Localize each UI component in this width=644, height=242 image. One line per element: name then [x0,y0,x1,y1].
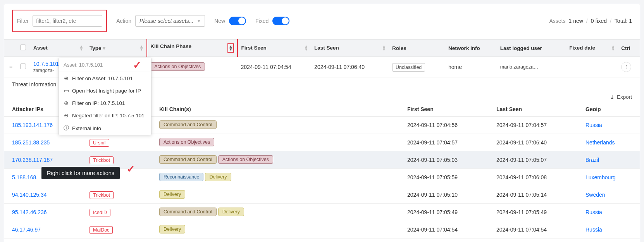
threat-fs: 2024-09-11 07:05:49 [399,204,489,221]
row-actions-button[interactable]: ⋮ [621,62,631,72]
action-label: Action [116,18,131,24]
threat-type-badge: MalDoc [90,226,113,234]
geoip-link[interactable]: Sweden [585,192,605,198]
ctx-filter-ip[interactable]: ⊕Filter on IP: 10.7.5.101 [59,97,151,109]
threat-row[interactable]: 94.140.125.34TrickbotDelivery2024-09-11 … [4,186,640,204]
threat-ls: 2024-09-11 07:05:49 [489,204,578,221]
stats-new: 1 new [568,18,583,24]
geoip-link[interactable]: Brazil [585,157,599,163]
attacker-ip-link[interactable]: 46.17.46.97 [12,227,41,233]
action-select[interactable]: Please select assets... ▼ [135,15,205,27]
stats: Assets 1 new / 0 fixed / Total: 1 [549,18,632,24]
col-last-seen[interactable]: Last Seen▲▼ [311,39,389,57]
chevron-down-icon: ▼ [197,19,201,23]
col-last-user[interactable]: Last logged user [497,39,567,57]
threat-fs: 2024-09-11 07:05:03 [399,151,489,169]
kill-chain-badge: Command and Control [159,120,217,129]
ctx-external-info[interactable]: ⓘExternal info [59,122,151,135]
geoip-link[interactable]: Russia [585,227,602,233]
export-button[interactable]: ⤓ Export [610,94,632,100]
geoip-link[interactable]: Russia [585,122,602,128]
ctx-filter-asset[interactable]: ⊕Filter on Asset: 10.7.5.101 [59,72,151,84]
threat-type-badge: Ursnif [90,139,109,147]
threat-fs: 2024-09-11 07:05:59 [399,169,489,186]
filter-input[interactable] [33,15,102,27]
asset-host: zaragoza- [33,68,54,73]
sort-icon-highlighted[interactable]: ▲▼ [227,43,234,53]
fixed-label: Fixed [255,18,269,24]
toolbar: Filter Action Please select assets... ▼ … [4,4,640,39]
geoip-link[interactable]: Russia [585,209,602,215]
cell-last-seen: 2024-09-11 07:06:40 [311,57,389,77]
col-asset[interactable]: Asset▲▼ [30,39,86,57]
tcol-kill-chains[interactable]: Kill Chain(s) [152,102,399,117]
threat-row[interactable]: 46.17.46.97MalDocDelivery2024-09-11 07:0… [4,221,640,239]
main-panel: Filter Action Please select assets... ▼ … [4,4,640,242]
threat-row[interactable]: 170.238.117.187TrickbotCommand and Contr… [4,151,640,169]
kill-chain-badge: Command and Control [159,208,217,216]
tcol-first-seen[interactable]: First Seen [399,102,489,117]
stats-assets-label: Assets [549,18,565,24]
host-page-icon: ▭ [64,88,69,94]
threat-ls: 2024-09-11 07:06:40 [489,134,578,151]
sort-icon[interactable]: ▲▼ [304,45,308,51]
threat-row[interactable]: 185.251.38.235UrsnifActions on Objective… [4,134,640,151]
collapse-icon[interactable]: − [9,64,12,70]
zoom-in-icon: ⊕ [64,75,69,81]
new-toggle[interactable] [229,17,246,25]
kill-chain-badge: Actions on Objectives [218,155,273,164]
geoip-link[interactable]: Netherlands [585,139,615,146]
sort-icon[interactable]: ▲▼ [139,45,143,51]
attacker-ip-link[interactable]: 94.140.125.34 [12,192,47,198]
col-roles[interactable]: Roles [389,39,445,57]
row-checkbox[interactable] [20,64,26,69]
attacker-ip-link[interactable]: 185.193.141.176 [12,122,53,128]
filter-icon[interactable]: ▾ [103,45,105,51]
threat-fs: 2024-09-11 07:04:54 [399,221,489,239]
kill-chain-badge: Command and Control [159,155,217,164]
threat-ls: 2024-09-11 07:05:07 [489,151,578,169]
download-icon: ⤓ [610,94,615,100]
stats-total: Total: 1 [615,18,632,24]
tcol-last-seen[interactable]: Last Seen [489,102,578,117]
filter-highlight-box: Filter [12,10,107,32]
sort-icon[interactable]: ▲▼ [382,45,386,51]
attacker-ip-link[interactable]: 95.142.46.236 [12,209,47,215]
ctx-open-host-insight[interactable]: ▭Open Host Insight page for IP [59,84,151,97]
col-network[interactable]: Network Info [445,39,497,57]
sort-icon[interactable]: ▲▼ [611,45,615,51]
kill-chain-badge: Reconnaissance [159,173,203,181]
tcol-geoip[interactable]: Geoip [578,102,640,117]
attacker-ip-link[interactable]: 185.251.38.235 [12,139,50,146]
kill-chain-badge: Actions on Objectives [159,138,214,146]
attacker-ip-link[interactable]: 5.188.168. [12,174,38,180]
ctx-negated-filter-ip[interactable]: ⊖Negated filter on IP: 10.7.5.101 [59,109,151,122]
threat-ls: 2024-09-11 07:04:54 [489,221,578,239]
fixed-toggle-group: Fixed [255,17,289,25]
asset-ip-link[interactable]: 10.7.5.101 [33,61,59,67]
role-badge: Unclassified [392,63,425,72]
fixed-toggle[interactable] [272,17,289,25]
col-ctrl: Ctrl [618,39,640,57]
threat-ls: 2024-09-11 07:06:08 [489,169,578,186]
col-first-seen[interactable]: First Seen▲▼ [238,39,311,57]
threat-ls: 2024-09-11 07:04:57 [489,117,578,134]
threat-fs: 2024-09-11 07:04:57 [399,134,489,151]
attacker-ip-link[interactable]: 170.238.117.187 [12,157,53,163]
cell-first-seen: 2024-09-11 07:04:54 [238,57,311,77]
cell-network: home [445,57,497,77]
context-menu-header: Asset: 10.7.5.101 [59,58,151,72]
zoom-in-icon: ⊕ [64,100,69,106]
threat-row[interactable]: 95.142.46.236IcedIDCommand and ControlDe… [4,204,640,221]
sort-icon[interactable]: ▲▼ [79,45,83,51]
col-type[interactable]: Type▲▼▾ [86,39,147,57]
info-icon: ⓘ [64,125,69,132]
zoom-out-icon: ⊖ [64,112,69,118]
geoip-link[interactable]: Luxembourg [585,174,616,180]
threat-ls: 2024-09-11 07:05:14 [489,186,578,204]
col-fixed-date[interactable]: Fixed date▲▼ [566,39,618,57]
select-all-checkbox[interactable] [20,45,26,50]
threat-type-badge: IcedID [90,209,110,216]
threat-type-badge: Trickbot [90,156,114,164]
col-kill-chain[interactable]: Kill Chain Phase ▲▼ [147,39,238,57]
